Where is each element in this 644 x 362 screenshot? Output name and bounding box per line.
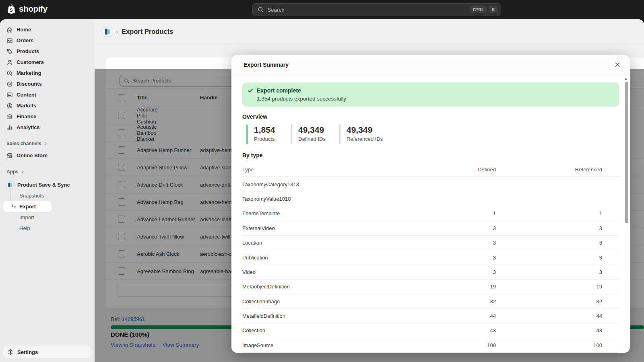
sidebar-item-label: Customers [17, 59, 44, 65]
orders-icon [6, 37, 13, 44]
defined-cell: 13 [287, 181, 293, 187]
banner-subtitle: 1,854 products exported successfully [257, 95, 346, 103]
table-row: ExternalVideo 3 3 [242, 221, 619, 236]
modal-body: Export complete 1,854 products exported … [231, 74, 630, 353]
sidebar-item[interactable]: Discounts [3, 78, 91, 89]
stat-value: 1,854 [254, 125, 291, 135]
stat-block: 49,349 Defined IDs [291, 125, 339, 144]
close-icon[interactable] [614, 61, 621, 68]
svg-text:S: S [10, 8, 12, 12]
shopify-logo[interactable]: S shopify [6, 4, 47, 14]
type-cell: ExternalVideo [242, 225, 444, 231]
sidebar-item[interactable]: Orders [3, 35, 52, 46]
app-breadcrumb-icon[interactable] [103, 27, 112, 37]
sidebar-item[interactable]: Customers [3, 57, 91, 68]
app-subnav-item[interactable]: Export [3, 201, 52, 212]
marketing-icon [6, 70, 13, 76]
scrollbar-up-arrow[interactable] [624, 78, 627, 80]
stat-block: 49,349 Referenced IDs [339, 125, 383, 144]
markets-icon [6, 103, 13, 109]
defined-cell: 100 [444, 342, 496, 348]
content-icon [6, 92, 13, 98]
sidebar-item-label: Online Store [17, 152, 47, 158]
defined-cell: 10 [279, 196, 285, 202]
chevron-right-icon [43, 142, 47, 146]
search-icon [258, 6, 264, 13]
sidebar-item-label: Content [17, 92, 36, 98]
stat-label: Referenced IDs [347, 136, 383, 142]
page-title: Export Products [122, 28, 173, 35]
stat-value: 49,349 [347, 125, 383, 135]
referenced-cell: 10 [285, 196, 308, 202]
overview-stats: 1,854 Products 49,349 Defined IDs 49,349… [246, 125, 619, 144]
kbd-k: K [489, 6, 497, 13]
defined-cell: 44 [444, 313, 496, 319]
app-subnav-item[interactable]: Help [3, 223, 91, 234]
customers-icon [6, 59, 13, 66]
sidebar-item-product-save-sync[interactable]: Product Save & Sync [3, 179, 91, 190]
modal-title: Export Summary [244, 62, 614, 68]
defined-cell: 3 [444, 240, 496, 246]
sidebar-item-settings[interactable]: Settings [3, 346, 91, 358]
defined-cell: 1 [444, 210, 496, 216]
shopify-admin: S shopify Search CTRL K Home [0, 0, 644, 362]
referenced-cell: 3 [496, 255, 619, 261]
sidebar-item-online-store[interactable]: Online Store [3, 150, 91, 161]
sidebar-item[interactable]: Analytics [3, 122, 91, 133]
referenced-cell: 32 [496, 298, 619, 304]
sidebar-item[interactable]: Marketing [3, 68, 91, 78]
app-subnav-label: Import [19, 214, 34, 220]
referenced-cell: 100 [496, 342, 619, 348]
defined-cell: 43 [444, 327, 496, 333]
type-cell: MetafieldDefinition [242, 313, 444, 319]
product-save-sync-app-icon [6, 181, 14, 189]
table-row: ThemeTemplate 1 1 [242, 206, 619, 221]
scrollbar-thumb[interactable] [625, 82, 628, 223]
app-subnav-item[interactable]: Import [3, 212, 91, 223]
app-subnav-item[interactable]: Snapshots [3, 190, 47, 201]
defined-cell: 19 [444, 284, 496, 290]
banner-title: Export complete [257, 86, 346, 95]
type-cell: Video [242, 269, 444, 275]
defined-cell: 3 [444, 269, 496, 275]
sales-channels-header[interactable]: Sales channels [6, 141, 47, 146]
sidebar-item[interactable]: Content [3, 89, 91, 100]
check-icon [247, 87, 254, 94]
sidebar-item[interactable]: Home [3, 24, 47, 35]
by-type-table-header: Type Defined Referenced [242, 162, 619, 177]
settings-label: Settings [17, 349, 38, 355]
sidebar: Home Orders Products Customers Marketing… [0, 19, 95, 362]
app-subnav-label: Export [19, 204, 36, 210]
table-row: Location 3 3 [242, 236, 619, 250]
stat-label: Defined IDs [298, 136, 339, 142]
by-type-heading: By type [242, 152, 619, 158]
defined-cell: 32 [444, 298, 496, 304]
app-subnav: Snapshots Export Import [3, 190, 91, 234]
by-type-table-body: TaxonomyCategory 13 13 TaxonomyValue 10 … [242, 177, 619, 353]
sidebar-item[interactable]: Products [3, 46, 91, 57]
sidebar-item-label: Product Save & Sync [17, 182, 70, 188]
table-row: MetaobjectDefinition 19 19 [242, 280, 619, 294]
table-row: Collection 43 43 [242, 323, 619, 338]
elbow-arrow-icon [11, 204, 17, 209]
table-row: ImageSource 100 100 [242, 338, 619, 353]
sidebar-item-label: Marketing [17, 70, 41, 76]
stat-block: 1,854 Products [246, 125, 291, 144]
home-icon [6, 27, 13, 33]
apps-header[interactable]: Apps [6, 169, 25, 175]
column-header-referenced: Referenced [496, 167, 619, 173]
type-cell: Collection [242, 327, 444, 333]
global-search-input[interactable]: Search CTRL K [252, 3, 501, 16]
shopify-wordmark: shopify [19, 4, 47, 14]
referenced-cell: 3 [496, 269, 619, 275]
defined-cell: 3 [444, 255, 496, 261]
app-subnav-label: Help [19, 225, 30, 231]
sidebar-item[interactable]: Finance [3, 111, 91, 122]
referenced-cell: 1 [496, 210, 619, 216]
table-row: TaxonomyCategory 13 13 [242, 177, 287, 191]
kbd-ctrl: CTRL [470, 6, 487, 13]
type-cell: TaxonomyCategory [242, 181, 287, 187]
sidebar-item[interactable]: Markets [3, 100, 91, 111]
referenced-cell: 44 [496, 313, 619, 319]
success-banner: Export complete 1,854 products exported … [242, 82, 619, 107]
